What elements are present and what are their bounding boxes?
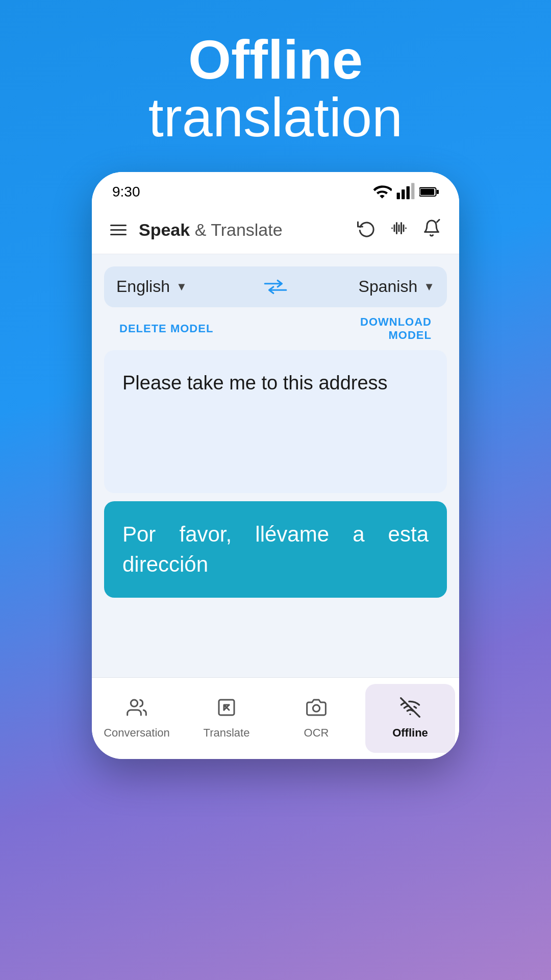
translate-icon <box>216 697 237 722</box>
svg-rect-2 <box>407 186 410 199</box>
header-right <box>357 219 441 241</box>
waveform-icon[interactable] <box>390 219 408 241</box>
nav-conversation[interactable]: Conversation <box>92 678 182 759</box>
svg-point-15 <box>131 700 137 706</box>
nav-conversation-label: Conversation <box>104 726 170 740</box>
source-lang-arrow: ▼ <box>176 280 187 293</box>
svg-rect-6 <box>420 189 434 195</box>
svg-point-17 <box>313 705 319 712</box>
source-text: Please take me to this address <box>122 369 429 398</box>
app-name-suffix: & Translate <box>190 220 282 239</box>
nav-translate-label: Translate <box>204 726 250 740</box>
nav-translate[interactable]: Translate <box>182 678 271 759</box>
ocr-icon <box>306 697 327 722</box>
app-content: Speak & Translate <box>92 207 459 677</box>
hero-title: Offline translation <box>148 31 403 146</box>
nav-offline[interactable]: Offline <box>365 684 455 753</box>
source-language-dropdown[interactable]: English ▼ <box>116 277 247 296</box>
app-logo: Speak & Translate <box>139 220 283 240</box>
status-icons <box>372 182 439 202</box>
offline-icon <box>400 697 420 722</box>
nav-ocr-label: OCR <box>304 726 329 740</box>
language-selector: English ▼ Spanish ▼ <box>104 266 447 307</box>
swap-languages-button[interactable] <box>247 277 304 297</box>
signal-icon <box>396 182 415 202</box>
delete-model-button[interactable]: DELETE MODEL <box>119 315 213 342</box>
status-bar: 9:30 <box>92 172 459 207</box>
target-language-name: Spanish <box>359 277 418 296</box>
translation-text: Por favor, llévame a esta dirección <box>122 520 429 580</box>
hero-line1: Offline <box>148 31 403 88</box>
model-buttons-row: DELETE MODEL DOWNLOADMODEL <box>104 307 447 350</box>
bottom-nav: Conversation Translate OCR <box>92 677 459 759</box>
battery-icon <box>419 182 439 202</box>
svg-line-14 <box>437 219 440 222</box>
conversation-icon <box>127 697 147 722</box>
status-time: 9:30 <box>112 184 140 200</box>
history-icon[interactable] <box>357 219 375 241</box>
target-lang-arrow: ▼ <box>423 280 435 293</box>
menu-icon[interactable] <box>110 225 127 235</box>
translation-output: Por favor, llévame a esta dirección <box>104 501 447 598</box>
svg-rect-1 <box>402 189 405 199</box>
wifi-icon <box>372 182 392 202</box>
app-name-bold: Speak <box>139 220 190 239</box>
source-text-area[interactable]: Please take me to this address <box>104 350 447 493</box>
app-header: Speak & Translate <box>92 207 459 254</box>
notification-icon[interactable] <box>422 219 441 241</box>
header-left: Speak & Translate <box>110 220 283 240</box>
download-model-button[interactable]: DOWNLOADMODEL <box>360 315 432 342</box>
svg-rect-3 <box>411 183 414 199</box>
source-language-name: English <box>116 277 170 296</box>
phone-mockup: 9:30 <box>92 172 459 759</box>
hero-line2: translation <box>148 88 403 146</box>
svg-rect-0 <box>397 192 400 199</box>
nav-ocr[interactable]: OCR <box>271 678 361 759</box>
nav-offline-label: Offline <box>392 726 428 740</box>
svg-rect-5 <box>437 190 439 194</box>
target-language-dropdown[interactable]: Spanish ▼ <box>304 277 435 296</box>
